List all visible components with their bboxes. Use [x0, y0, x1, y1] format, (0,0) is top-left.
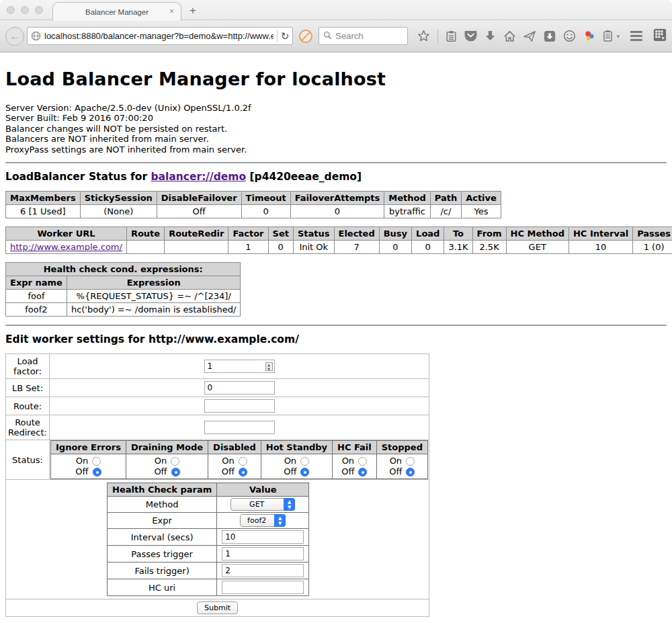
close-window-button[interactable] — [7, 6, 15, 14]
status-row: Status: Ignore Errors Draining Mode Disa… — [6, 440, 429, 480]
status-header-row: Ignore Errors Draining Mode Disabled Hot… — [51, 441, 428, 454]
health-check-param-table: Health Check param Value Method GET▲▼ Ex… — [107, 483, 309, 596]
tab-bar: Balancer Manager × + — [0, 0, 672, 20]
toolbar-icons: ▾ — [417, 30, 620, 43]
content-blocked-icon[interactable] — [299, 30, 312, 43]
multicolor-dots-extension-icon[interactable] — [583, 30, 595, 42]
route-input[interactable] — [204, 399, 275, 413]
select-arrows-icon: ▲▼ — [284, 498, 295, 511]
battery-status-icon[interactable] — [603, 30, 613, 42]
worker-table: Worker URL Route RouteRedir Factor Set S… — [5, 226, 672, 254]
reading-list-icon[interactable] — [446, 30, 457, 42]
lb-set-row: LB Set: — [6, 379, 429, 397]
divider — [5, 325, 667, 326]
chevron-down-icon[interactable]: ▾ — [616, 33, 620, 40]
divider — [5, 162, 667, 163]
search-bar[interactable]: Search — [319, 27, 408, 45]
disabled-off-radio[interactable] — [239, 468, 247, 476]
stopped-off-radio[interactable] — [406, 468, 415, 476]
draining-mode-on-radio[interactable] — [171, 457, 179, 466]
route-redirect-row: Route Redirect: — [6, 415, 429, 440]
page-content: Load Balancer Manager for localhost Serv… — [0, 52, 672, 622]
hot-standby-on-radio[interactable] — [300, 457, 309, 466]
hc-passes-row: Passes trigger — [108, 546, 309, 563]
persist-note-line: Balancer changes will NOT be persisted o… — [5, 124, 667, 134]
balancer-demo-link[interactable]: balancer://demo — [151, 171, 246, 183]
stopped-on-radio[interactable] — [406, 457, 415, 466]
table-header-row: Worker URL Route RouteRedir Factor Set S… — [6, 227, 672, 241]
route-redirect-label: Route Redirect: — [6, 415, 50, 440]
health-params-row: Health Check param Value Method GET▲▼ Ex… — [6, 480, 429, 599]
send-tab-icon[interactable] — [523, 30, 536, 42]
load-factor-label: Load factor: — [6, 354, 50, 379]
method-select[interactable]: GET▲▼ — [230, 498, 295, 511]
submit-button[interactable]: Submit — [197, 601, 238, 614]
back-button[interactable]: ← — [5, 27, 24, 46]
edit-worker-form: Load factor: ▲▼ LB Set: Route: Route Red… — [5, 354, 429, 617]
bookmark-star-icon[interactable] — [417, 30, 430, 42]
lb-set-input[interactable] — [204, 381, 275, 394]
hc-uri-input[interactable] — [222, 581, 304, 594]
tab-close-icon[interactable]: × — [169, 7, 174, 16]
hc-fail-off-radio[interactable] — [358, 468, 367, 476]
expr-row: foof2 hc('body') =~ /domain is establish… — [6, 303, 241, 317]
draining-mode-radios: On Off — [126, 454, 208, 479]
ignore-errors-off-radio[interactable] — [93, 468, 101, 476]
new-tab-button[interactable]: + — [190, 4, 196, 17]
load-factor-input[interactable] — [204, 360, 275, 373]
health-check-expressions-table: Health check cond. expressions: Expr nam… — [5, 262, 241, 317]
expr-select[interactable]: foof2▲▼ — [240, 514, 286, 527]
hc-fails-row: Fails trigger) — [108, 563, 309, 579]
submit-row: Submit — [6, 599, 429, 617]
proxypass-note-line: ProxyPass settings are NOT inherited fro… — [5, 144, 667, 155]
worker-url-link[interactable]: http://www.example.com/ — [10, 242, 122, 252]
search-icon — [323, 30, 332, 42]
pocket-icon[interactable] — [464, 30, 477, 42]
minimize-window-button[interactable] — [21, 6, 29, 14]
route-label: Route: — [6, 397, 50, 415]
disabled-on-radio[interactable] — [239, 457, 247, 466]
url-text[interactable]: localhost:8880/balancer-manager?b=demo&w… — [44, 31, 274, 41]
tab-balancer-manager[interactable]: Balancer Manager × — [52, 2, 181, 21]
stopped-radios: On Off — [376, 454, 427, 479]
home-icon[interactable] — [503, 30, 516, 42]
globe-icon — [31, 31, 41, 41]
hc-uri-row: HC uri — [108, 579, 309, 596]
hot-standby-off-radio[interactable] — [300, 468, 309, 476]
page-title: Load Balancer Manager for localhost — [5, 69, 667, 89]
menu-icon[interactable] — [630, 31, 642, 41]
passes-input[interactable] — [222, 547, 304, 560]
status-table: Ignore Errors Draining Mode Disabled Hot… — [50, 440, 428, 479]
draining-mode-off-radio[interactable] — [171, 468, 180, 476]
hc-fail-on-radio[interactable] — [358, 457, 367, 466]
fails-input[interactable] — [222, 564, 304, 577]
expr-row: foof %{REQUEST_STATUS} =~ /^[234]/ — [6, 290, 241, 303]
hc-expr-row: Expr foof2▲▼ — [108, 513, 309, 529]
downloads-icon[interactable] — [485, 30, 496, 42]
worker-row: http://www.example.com/ 1 0 Init Ok 7 0 … — [6, 241, 672, 254]
server-info: Server Version: Apache/2.5.0-dev (Unix) … — [5, 103, 667, 155]
loadbalancer-status-heading: LoadBalancer Status for balancer://demo … — [5, 171, 667, 183]
window-controls — [7, 6, 43, 14]
server-built-line: Server Built: Feb 9 2016 07:00:20 — [5, 113, 667, 123]
hc-header-row: Health Check param Value — [108, 483, 309, 497]
server-version-line: Server Version: Apache/2.5.0-dev (Unix) … — [5, 103, 667, 113]
route-redirect-input[interactable] — [204, 421, 275, 434]
extension-download-icon[interactable] — [544, 30, 556, 42]
zoom-window-button[interactable] — [35, 6, 43, 14]
hc-interval-row: Interval (secs) — [108, 529, 309, 546]
feedback-smiley-icon[interactable] — [563, 30, 576, 42]
table-title-row: Health check cond. expressions: — [6, 263, 241, 276]
urlbar-divider — [277, 30, 278, 42]
edit-worker-heading: Edit worker settings for http://www.exam… — [5, 333, 667, 345]
hc-method-row: Method GET▲▼ — [108, 497, 309, 513]
url-bar[interactable]: localhost:8880/balancer-manager?b=demo&w… — [27, 27, 293, 45]
number-stepper-icon[interactable]: ▲▼ — [265, 362, 273, 371]
interval-input[interactable] — [222, 530, 304, 544]
search-placeholder: Search — [335, 31, 363, 41]
lb-set-label: LB Set: — [6, 379, 50, 397]
character-grid-icon[interactable] — [653, 28, 667, 44]
table-header-row: Expr name Expression — [6, 276, 241, 290]
reload-icon[interactable]: ↻ — [281, 31, 290, 41]
ignore-errors-on-radio[interactable] — [92, 457, 101, 466]
